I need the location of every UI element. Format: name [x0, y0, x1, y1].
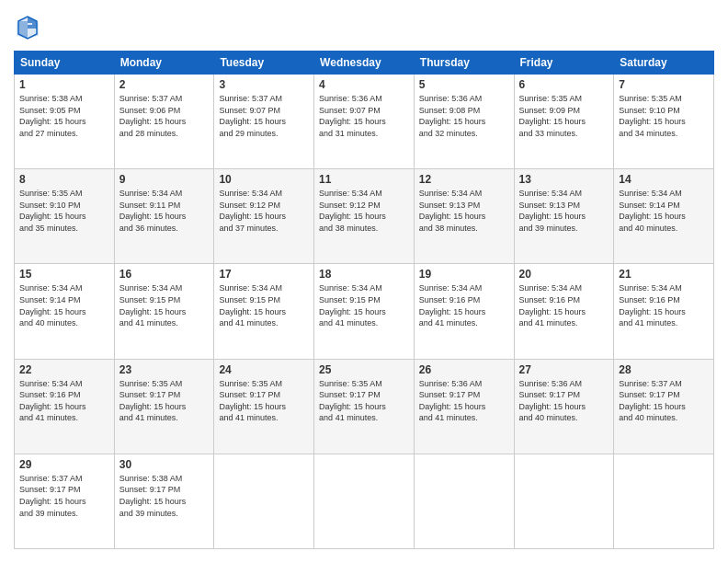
- day-detail: Sunrise: 5:37 AM Sunset: 9:17 PM Dayligh…: [619, 378, 709, 424]
- day-detail: Sunrise: 5:34 AM Sunset: 9:12 PM Dayligh…: [319, 188, 409, 234]
- day-detail: Sunrise: 5:34 AM Sunset: 9:14 PM Dayligh…: [619, 188, 709, 234]
- calendar-cell: 19Sunrise: 5:34 AM Sunset: 9:16 PM Dayli…: [414, 264, 514, 359]
- page: SundayMondayTuesdayWednesdayThursdayFrid…: [0, 0, 728, 563]
- day-detail: Sunrise: 5:34 AM Sunset: 9:16 PM Dayligh…: [519, 282, 609, 328]
- calendar-cell: 27Sunrise: 5:36 AM Sunset: 9:17 PM Dayli…: [514, 359, 614, 454]
- calendar-weekday-sunday: Sunday: [15, 52, 115, 75]
- day-number: 5: [419, 78, 509, 91]
- calendar-cell: 24Sunrise: 5:35 AM Sunset: 9:17 PM Dayli…: [214, 359, 314, 454]
- day-detail: Sunrise: 5:37 AM Sunset: 9:07 PM Dayligh…: [219, 93, 309, 139]
- calendar-cell: 1Sunrise: 5:38 AM Sunset: 9:05 PM Daylig…: [15, 75, 115, 169]
- day-detail: Sunrise: 5:34 AM Sunset: 9:15 PM Dayligh…: [319, 282, 409, 328]
- calendar-cell: 29Sunrise: 5:37 AM Sunset: 9:17 PM Dayli…: [15, 454, 115, 548]
- day-number: 11: [319, 173, 409, 186]
- calendar-cell: 3Sunrise: 5:37 AM Sunset: 9:07 PM Daylig…: [214, 75, 314, 169]
- day-number: 20: [519, 268, 609, 281]
- day-number: 22: [19, 363, 109, 376]
- day-number: 10: [219, 173, 309, 186]
- day-detail: Sunrise: 5:34 AM Sunset: 9:16 PM Dayligh…: [419, 282, 509, 328]
- day-number: 27: [519, 363, 609, 376]
- day-detail: Sunrise: 5:38 AM Sunset: 9:17 PM Dayligh…: [119, 473, 210, 519]
- calendar-weekday-monday: Monday: [114, 52, 214, 75]
- day-detail: Sunrise: 5:36 AM Sunset: 9:08 PM Dayligh…: [419, 93, 509, 139]
- day-detail: Sunrise: 5:34 AM Sunset: 9:16 PM Dayligh…: [19, 378, 109, 424]
- day-detail: Sunrise: 5:34 AM Sunset: 9:13 PM Dayligh…: [519, 188, 609, 234]
- calendar-cell: 25Sunrise: 5:35 AM Sunset: 9:17 PM Dayli…: [314, 359, 415, 454]
- day-detail: Sunrise: 5:35 AM Sunset: 9:10 PM Dayligh…: [19, 188, 109, 234]
- calendar-cell: 13Sunrise: 5:34 AM Sunset: 9:13 PM Dayli…: [514, 169, 614, 264]
- day-detail: Sunrise: 5:35 AM Sunset: 9:10 PM Dayligh…: [619, 93, 709, 139]
- day-detail: Sunrise: 5:34 AM Sunset: 9:12 PM Dayligh…: [219, 188, 309, 234]
- day-detail: Sunrise: 5:37 AM Sunset: 9:17 PM Dayligh…: [19, 473, 109, 519]
- day-number: 16: [119, 268, 210, 281]
- calendar-cell: 4Sunrise: 5:36 AM Sunset: 9:07 PM Daylig…: [314, 75, 415, 169]
- day-number: 21: [619, 268, 709, 281]
- day-number: 9: [119, 173, 210, 186]
- header: [14, 14, 714, 41]
- day-number: 24: [219, 363, 309, 376]
- calendar-cell: [514, 454, 614, 548]
- day-detail: Sunrise: 5:34 AM Sunset: 9:14 PM Dayligh…: [19, 282, 109, 328]
- calendar-cell: 28Sunrise: 5:37 AM Sunset: 9:17 PM Dayli…: [614, 359, 714, 454]
- calendar-week-row: 1Sunrise: 5:38 AM Sunset: 9:05 PM Daylig…: [15, 75, 714, 169]
- day-detail: Sunrise: 5:34 AM Sunset: 9:11 PM Dayligh…: [119, 188, 210, 234]
- calendar-cell: [414, 454, 514, 548]
- calendar-weekday-friday: Friday: [514, 52, 614, 75]
- calendar-week-row: 8Sunrise: 5:35 AM Sunset: 9:10 PM Daylig…: [15, 169, 714, 264]
- day-number: 4: [319, 78, 409, 91]
- calendar-cell: [614, 454, 714, 548]
- calendar-cell: 15Sunrise: 5:34 AM Sunset: 9:14 PM Dayli…: [15, 264, 115, 359]
- day-detail: Sunrise: 5:35 AM Sunset: 9:17 PM Dayligh…: [119, 378, 210, 424]
- day-number: 26: [419, 363, 509, 376]
- day-number: 13: [519, 173, 609, 186]
- calendar-header-row: SundayMondayTuesdayWednesdayThursdayFrid…: [15, 52, 714, 75]
- calendar-week-row: 29Sunrise: 5:37 AM Sunset: 9:17 PM Dayli…: [15, 454, 714, 548]
- day-number: 3: [219, 78, 309, 91]
- logo: [14, 14, 47, 41]
- day-detail: Sunrise: 5:36 AM Sunset: 9:07 PM Dayligh…: [319, 93, 409, 139]
- day-detail: Sunrise: 5:38 AM Sunset: 9:05 PM Dayligh…: [19, 93, 109, 139]
- calendar-cell: 16Sunrise: 5:34 AM Sunset: 9:15 PM Dayli…: [114, 264, 214, 359]
- calendar-cell: 7Sunrise: 5:35 AM Sunset: 9:10 PM Daylig…: [614, 75, 714, 169]
- calendar-cell: 14Sunrise: 5:34 AM Sunset: 9:14 PM Dayli…: [614, 169, 714, 264]
- calendar-cell: 17Sunrise: 5:34 AM Sunset: 9:15 PM Dayli…: [214, 264, 314, 359]
- day-number: 1: [19, 78, 109, 91]
- general-blue-icon: [14, 14, 41, 41]
- day-number: 18: [319, 268, 409, 281]
- day-number: 17: [219, 268, 309, 281]
- calendar-weekday-wednesday: Wednesday: [314, 52, 415, 75]
- calendar-cell: [314, 454, 415, 548]
- calendar-week-row: 15Sunrise: 5:34 AM Sunset: 9:14 PM Dayli…: [15, 264, 714, 359]
- calendar-cell: [214, 454, 314, 548]
- calendar-weekday-saturday: Saturday: [614, 52, 714, 75]
- day-number: 15: [19, 268, 109, 281]
- day-number: 19: [419, 268, 509, 281]
- calendar-cell: 26Sunrise: 5:36 AM Sunset: 9:17 PM Dayli…: [414, 359, 514, 454]
- day-number: 29: [19, 458, 109, 471]
- calendar-table: SundayMondayTuesdayWednesdayThursdayFrid…: [14, 51, 714, 549]
- day-detail: Sunrise: 5:35 AM Sunset: 9:17 PM Dayligh…: [319, 378, 409, 424]
- day-number: 8: [19, 173, 109, 186]
- day-number: 12: [419, 173, 509, 186]
- day-detail: Sunrise: 5:34 AM Sunset: 9:15 PM Dayligh…: [219, 282, 309, 328]
- day-detail: Sunrise: 5:34 AM Sunset: 9:13 PM Dayligh…: [419, 188, 509, 234]
- day-detail: Sunrise: 5:36 AM Sunset: 9:17 PM Dayligh…: [419, 378, 509, 424]
- day-number: 23: [119, 363, 210, 376]
- calendar-cell: 8Sunrise: 5:35 AM Sunset: 9:10 PM Daylig…: [15, 169, 115, 264]
- calendar-cell: 10Sunrise: 5:34 AM Sunset: 9:12 PM Dayli…: [214, 169, 314, 264]
- day-detail: Sunrise: 5:34 AM Sunset: 9:15 PM Dayligh…: [119, 282, 210, 328]
- day-detail: Sunrise: 5:35 AM Sunset: 9:09 PM Dayligh…: [519, 93, 609, 139]
- day-number: 28: [619, 363, 709, 376]
- calendar-cell: 18Sunrise: 5:34 AM Sunset: 9:15 PM Dayli…: [314, 264, 415, 359]
- day-number: 7: [619, 78, 709, 91]
- calendar-weekday-thursday: Thursday: [414, 52, 514, 75]
- calendar-cell: 6Sunrise: 5:35 AM Sunset: 9:09 PM Daylig…: [514, 75, 614, 169]
- day-number: 14: [619, 173, 709, 186]
- calendar-cell: 21Sunrise: 5:34 AM Sunset: 9:16 PM Dayli…: [614, 264, 714, 359]
- calendar-cell: 22Sunrise: 5:34 AM Sunset: 9:16 PM Dayli…: [15, 359, 115, 454]
- day-number: 25: [319, 363, 409, 376]
- calendar-cell: 9Sunrise: 5:34 AM Sunset: 9:11 PM Daylig…: [114, 169, 214, 264]
- day-detail: Sunrise: 5:36 AM Sunset: 9:17 PM Dayligh…: [519, 378, 609, 424]
- day-detail: Sunrise: 5:35 AM Sunset: 9:17 PM Dayligh…: [219, 378, 309, 424]
- day-number: 30: [119, 458, 210, 471]
